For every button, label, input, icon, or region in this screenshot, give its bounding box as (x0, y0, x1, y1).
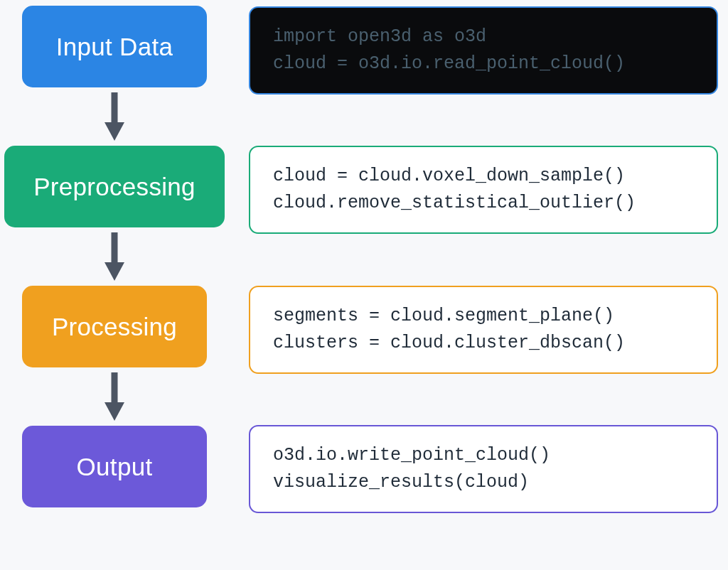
svg-marker-3 (105, 262, 124, 281)
flow-column: Input Data Preprocessing Processing (4, 6, 225, 507)
stage-processing: Processing (22, 286, 207, 367)
stage-label: Processing (52, 313, 177, 341)
code-output: o3d.io.write_point_cloud() visualize_res… (249, 425, 718, 513)
code-processing: segments = cloud.segment_plane() cluster… (249, 286, 718, 374)
arrow-icon (103, 367, 126, 426)
stage-label: Output (77, 453, 153, 481)
code-preprocessing: cloud = cloud.voxel_down_sample() cloud.… (249, 146, 718, 234)
stage-input-data: Input Data (22, 6, 207, 87)
code-input-data: import open3d as o3d cloud = o3d.io.read… (249, 6, 718, 95)
stage-output: Output (22, 426, 207, 507)
arrow-icon (103, 227, 126, 286)
arrow-icon (103, 87, 126, 146)
stage-label: Preprocessing (33, 173, 196, 201)
stage-label: Input Data (56, 33, 173, 61)
svg-marker-5 (105, 402, 124, 421)
pipeline-diagram: Input Data Preprocessing Processing (4, 6, 728, 513)
stage-preprocessing: Preprocessing (4, 146, 225, 227)
svg-marker-1 (105, 122, 124, 141)
code-column: import open3d as o3d cloud = o3d.io.read… (249, 6, 718, 513)
